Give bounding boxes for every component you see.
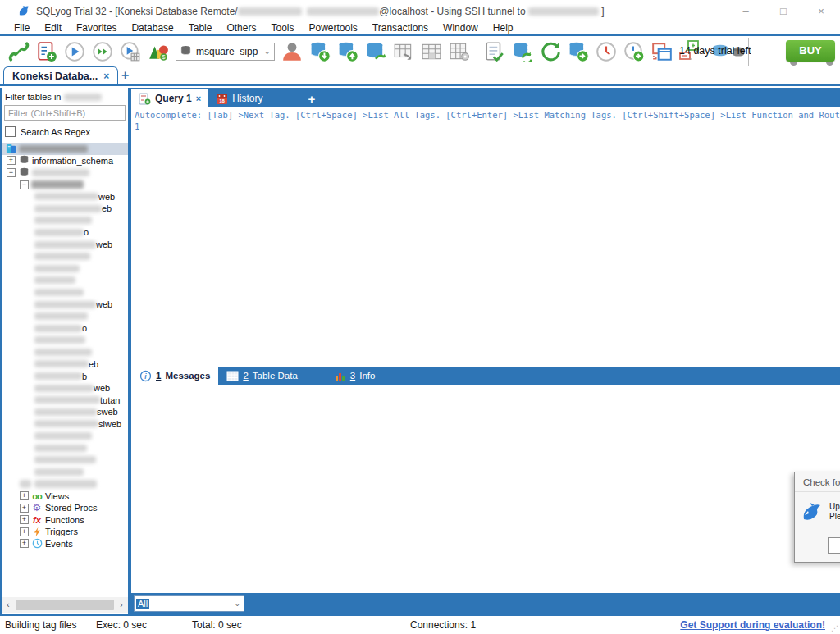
- execute-to-grid-icon[interactable]: [116, 39, 144, 64]
- database-row[interactable]: + information_schema: [2, 155, 128, 167]
- collapse-icon[interactable]: −: [7, 168, 16, 177]
- popup-button[interactable]: [828, 537, 840, 554]
- resize-grip[interactable]: ⋰: [831, 624, 838, 632]
- database-row[interactable]: −: [2, 166, 128, 179]
- menu-item-others[interactable]: Others: [219, 21, 263, 35]
- new-connection-tab-button[interactable]: +: [121, 68, 129, 83]
- table-data-icon[interactable]: [418, 39, 445, 64]
- db-export-up-icon[interactable]: [334, 39, 362, 64]
- menu-item-tools[interactable]: Tools: [263, 21, 301, 35]
- functions-row[interactable]: + fx Functions: [2, 513, 128, 526]
- user-icon[interactable]: [278, 39, 306, 64]
- menu-item-window[interactable]: Window: [436, 21, 486, 35]
- query-tab[interactable]: Query 1 ×: [131, 89, 208, 107]
- expand-icon[interactable]: +: [7, 156, 16, 165]
- table-row[interactable]: [2, 335, 128, 347]
- blurred-tree-row[interactable]: [2, 478, 128, 490]
- sidebar-horizontal-scrollbar[interactable]: ‹ ›: [2, 597, 128, 613]
- db-sync-icon[interactable]: [362, 39, 390, 64]
- menu-item-transactions[interactable]: Transactions: [365, 21, 436, 35]
- triggers-label: Triggers: [45, 527, 78, 536]
- connection-root-row[interactable]: [2, 143, 128, 155]
- expand-icon[interactable]: +: [20, 539, 29, 548]
- menu-item-database[interactable]: Database: [124, 21, 180, 35]
- clock-icon[interactable]: [592, 39, 620, 64]
- info-tab[interactable]: 3 Info: [326, 367, 384, 385]
- events-row[interactable]: + Events: [2, 538, 128, 550]
- menu-item-help[interactable]: Help: [486, 21, 521, 35]
- regex-checkbox[interactable]: [5, 126, 16, 137]
- table-row[interactable]: web: [2, 190, 128, 203]
- table-row[interactable]: [2, 286, 128, 299]
- table-row[interactable]: [2, 215, 128, 227]
- table-data-tab[interactable]: 2 Table Data: [218, 367, 305, 385]
- minimize-button[interactable]: –: [727, 0, 765, 22]
- new-query-tab-button[interactable]: +: [308, 92, 315, 106]
- menu-item-edit[interactable]: Edit: [37, 21, 69, 35]
- connection-tab[interactable]: Koneksi Databa... ×: [3, 66, 118, 84]
- execute-all-icon[interactable]: [89, 39, 116, 64]
- chart-icon[interactable]: $: [144, 39, 172, 64]
- table-row[interactable]: o: [2, 226, 128, 239]
- menu-item-file[interactable]: File: [7, 21, 37, 35]
- close-query-tab-icon[interactable]: ×: [196, 94, 201, 103]
- tables-folder-row[interactable]: −: [2, 179, 128, 191]
- messages-tab[interactable]: i 1 Messages: [131, 367, 218, 385]
- table-row[interactable]: tutan: [2, 394, 128, 406]
- table-row[interactable]: o: [2, 322, 128, 335]
- table-row[interactable]: [2, 346, 128, 358]
- sql-editor[interactable]: Autocomplete: [Tab]->Next Tag. [Ctrl+Spa…: [131, 107, 840, 367]
- table-row[interactable]: [2, 466, 128, 478]
- support-link[interactable]: Get Support during evaluation!: [680, 619, 825, 631]
- db-import-icon[interactable]: [306, 39, 334, 64]
- table-row[interactable]: [2, 442, 128, 454]
- expand-icon[interactable]: +: [20, 527, 29, 536]
- new-query-icon[interactable]: [33, 39, 61, 64]
- table-row[interactable]: [2, 250, 128, 262]
- connect-icon[interactable]: [5, 39, 33, 64]
- table-row[interactable]: eb: [2, 358, 128, 371]
- table-row[interactable]: siweb: [2, 418, 128, 431]
- search-as-regex-row[interactable]: Search As Regex: [2, 122, 128, 141]
- table-arrow-icon[interactable]: [390, 39, 418, 64]
- menu-item-powertools[interactable]: Powertools: [301, 21, 364, 35]
- table-row[interactable]: [2, 454, 128, 466]
- table-row[interactable]: b: [2, 370, 128, 382]
- table-row[interactable]: [2, 275, 128, 287]
- table-row[interactable]: [2, 430, 128, 442]
- table-gear-icon[interactable]: [445, 39, 473, 64]
- scroll-right-icon[interactable]: ›: [115, 600, 128, 609]
- table-row[interactable]: web: [2, 299, 128, 311]
- message-filter-dropdown[interactable]: All ⌄: [134, 595, 244, 612]
- stored-procs-row[interactable]: + ⚙ Stored Procs: [2, 502, 128, 514]
- expand-icon[interactable]: +: [20, 504, 29, 513]
- menu-item-favorites[interactable]: Favorites: [69, 21, 124, 35]
- scroll-left-icon[interactable]: ‹: [2, 600, 15, 609]
- table-filter-input[interactable]: [4, 105, 126, 121]
- query-check-icon[interactable]: [481, 39, 509, 64]
- table-row[interactable]: [2, 310, 128, 322]
- table-row[interactable]: [2, 262, 128, 275]
- scheduled-backup-icon[interactable]: [620, 39, 648, 64]
- scrollbar-thumb[interactable]: [16, 600, 114, 610]
- database-selector[interactable]: msquare_sipp ⌄: [176, 43, 275, 61]
- history-tab[interactable]: 18 History: [208, 89, 270, 107]
- table-row[interactable]: sweb: [2, 406, 128, 418]
- windows-layout-icon[interactable]: [648, 39, 676, 64]
- expand-icon[interactable]: +: [20, 515, 29, 524]
- db-refresh-icon[interactable]: [509, 39, 536, 64]
- execute-query-icon[interactable]: [61, 39, 89, 64]
- maximize-button[interactable]: □: [765, 0, 802, 22]
- refresh-icon[interactable]: [536, 39, 564, 64]
- table-row[interactable]: eb: [2, 203, 128, 215]
- close-tab-icon[interactable]: ×: [103, 71, 109, 82]
- table-row[interactable]: web: [2, 382, 128, 395]
- collapse-icon[interactable]: −: [20, 180, 29, 189]
- db-copy-icon[interactable]: [564, 39, 592, 64]
- menu-item-table[interactable]: Table: [181, 21, 220, 35]
- close-button[interactable]: ×: [802, 0, 840, 22]
- views-row[interactable]: + oo Views: [2, 490, 128, 502]
- triggers-row[interactable]: + Triggers: [2, 526, 128, 538]
- expand-icon[interactable]: +: [20, 491, 29, 500]
- table-row[interactable]: web: [2, 239, 128, 251]
